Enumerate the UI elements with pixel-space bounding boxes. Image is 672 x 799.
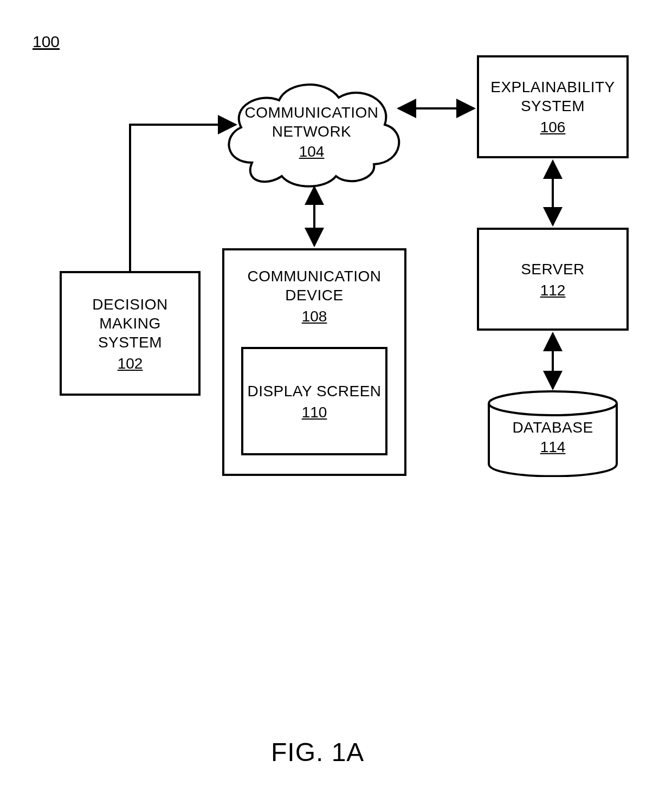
node-decision-making-system: DECISION MAKINGSYSTEM 102 — [60, 271, 201, 396]
decision-making-system-title: DECISION MAKINGSYSTEM — [62, 295, 198, 352]
explainability-system-title: EXPLAINABILITYSYSTEM — [490, 78, 615, 115]
figure-label: FIG. 1A — [271, 737, 364, 767]
node-server: SERVER 112 — [477, 228, 629, 331]
figure-overall-ref: 100 — [33, 33, 60, 51]
decision-making-system-ref: 102 — [118, 355, 143, 372]
server-ref: 112 — [540, 282, 566, 299]
communication-network-ref: 104 — [299, 143, 325, 160]
node-communication-network: COMMUNICATIONNETWORK 104 — [214, 68, 409, 195]
communication-device-title: COMMUNICATIONDEVICE — [247, 267, 381, 305]
communication-network-title: COMMUNICATIONNETWORK — [244, 103, 378, 141]
communication-device-ref: 108 — [302, 308, 327, 325]
database-ref: 114 — [540, 439, 566, 456]
explainability-system-ref: 106 — [540, 119, 566, 136]
node-display-screen: DISPLAY SCREEN 110 — [241, 347, 387, 455]
display-screen-title: DISPLAY SCREEN — [247, 382, 381, 401]
figure-canvas: 100 COMMUNICATIONNETWORK 104 DECISION MA… — [0, 0, 672, 799]
database-title: DATABASE — [512, 419, 593, 436]
node-database: DATABASE 114 — [488, 390, 618, 477]
server-title: SERVER — [521, 260, 585, 279]
svg-point-0 — [489, 391, 617, 415]
node-explainability-system: EXPLAINABILITYSYSTEM 106 — [477, 55, 629, 158]
display-screen-ref: 110 — [302, 404, 327, 421]
